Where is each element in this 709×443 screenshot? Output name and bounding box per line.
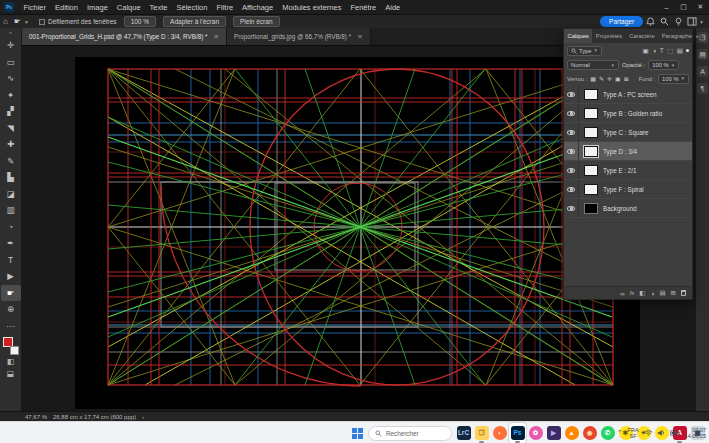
- layer-mask-icon[interactable]: ◧: [639, 289, 645, 297]
- panel-tab-caractère[interactable]: Caractère: [626, 29, 658, 43]
- menu-fenêtre[interactable]: Fenêtre: [346, 3, 381, 12]
- clock[interactable]: 07:0714.06.25: [685, 427, 706, 440]
- collapse-tools-icon[interactable]: »: [9, 28, 12, 37]
- dodge-tool[interactable]: ◔: [1, 219, 21, 236]
- menu-sélection[interactable]: Sélection: [172, 3, 212, 12]
- volume-icon[interactable]: [657, 429, 666, 437]
- taskbar-app-lightroom-classic[interactable]: LrC: [455, 423, 472, 443]
- layer-filter-icon-3[interactable]: T: [660, 47, 664, 54]
- taskbar-app-whatsapp[interactable]: ✆: [599, 423, 616, 443]
- lock-icon-5[interactable]: ⊠: [624, 75, 629, 82]
- close-tab-icon[interactable]: ✕: [357, 33, 362, 41]
- taskbar-app-vlc[interactable]: ▲: [563, 423, 580, 443]
- document-canvas[interactable]: [75, 57, 640, 409]
- layer-row[interactable]: Background: [564, 199, 692, 218]
- zoom-100-button[interactable]: 100 %: [124, 16, 156, 27]
- layer-row[interactable]: Type D : 3/4: [564, 142, 692, 161]
- eraser-tool[interactable]: ◪: [1, 186, 21, 203]
- menu-image[interactable]: Image: [82, 3, 112, 12]
- lock-icon-1[interactable]: ▦: [590, 75, 596, 82]
- collapsed-character-panel-icon[interactable]: A: [697, 66, 708, 77]
- battery-icon[interactable]: [670, 429, 680, 437]
- healing-brush-tool[interactable]: ✚: [1, 136, 21, 153]
- document-tab-2[interactable]: Proportional_grids.jpg @ 66,7% (RVB/8) *…: [227, 28, 371, 45]
- menu-fichier[interactable]: Fichier: [19, 3, 51, 12]
- menu-aide[interactable]: Aide: [381, 3, 405, 12]
- lock-icon-4[interactable]: ▣: [615, 75, 621, 82]
- lasso-tool[interactable]: ∿: [1, 70, 21, 87]
- layer-row[interactable]: Type A : PC screen: [564, 85, 692, 104]
- start-button[interactable]: [352, 428, 363, 439]
- layer-visibility-toggle[interactable]: [564, 161, 579, 179]
- lock-icon-2[interactable]: ✎: [599, 75, 604, 82]
- layer-thumbnail[interactable]: [584, 203, 598, 214]
- crop-tool[interactable]: ▞: [1, 103, 21, 120]
- taskbar-app-photos-app[interactable]: ✿: [527, 423, 544, 443]
- new-layer-icon[interactable]: ⊞: [671, 289, 676, 297]
- link-layers-icon[interactable]: ∞: [620, 290, 625, 297]
- panel-overflow-icon[interactable]: »: [695, 33, 698, 39]
- layer-filter-icon-5[interactable]: ▤: [677, 47, 683, 55]
- quick-selection-tool[interactable]: ✦: [1, 87, 21, 104]
- layer-row[interactable]: Type F : Spiral: [564, 180, 692, 199]
- language-indicator[interactable]: FRASF: [628, 427, 639, 440]
- taskbar-search[interactable]: Rechercher: [368, 426, 452, 441]
- taskbar-app-file-explorer[interactable]: ❒: [473, 423, 490, 443]
- zoom-tool[interactable]: ⊕: [1, 301, 21, 318]
- tray-overflow-icon[interactable]: ⌃: [617, 429, 623, 437]
- layer-filter-icon-1[interactable]: ▣: [643, 47, 649, 55]
- layer-row[interactable]: Type B : Golden ratio: [564, 104, 692, 123]
- clone-stamp-tool[interactable]: ▙: [1, 169, 21, 186]
- eyedropper-tool[interactable]: ◥: [1, 120, 21, 137]
- document-tab-1[interactable]: 001-Proportional_Grids_H.psd @ 47,7% (Ty…: [22, 28, 227, 45]
- background-color-swatch[interactable]: [10, 346, 19, 355]
- maximize-button[interactable]: ▢: [675, 0, 692, 14]
- layer-filter-icon-2[interactable]: ◑: [652, 47, 656, 54]
- collapsed-paragraph-panel-icon[interactable]: ¶: [697, 83, 708, 94]
- opacity-value[interactable]: 100 %▼: [648, 60, 679, 70]
- layer-thumbnail[interactable]: [584, 184, 598, 195]
- minimize-button[interactable]: –: [658, 0, 675, 14]
- taskbar-app-orange-swirl-app[interactable]: ◉: [581, 423, 598, 443]
- panel-tab-paragraphe[interactable]: Paragraphe: [658, 29, 695, 43]
- edit-toolbar[interactable]: ⋯: [1, 318, 21, 335]
- menu-texte[interactable]: Texte: [145, 3, 172, 12]
- layer-thumbnail[interactable]: [584, 165, 598, 176]
- filter-toggle-icon[interactable]: [686, 49, 689, 52]
- layer-row[interactable]: Type E : 2/1: [564, 161, 692, 180]
- fit-screen-button[interactable]: Adapter à l'écran: [163, 16, 226, 27]
- layer-visibility-toggle[interactable]: [564, 104, 579, 122]
- layer-thumbnail[interactable]: [584, 127, 598, 138]
- status-expander-icon[interactable]: ›: [142, 414, 144, 420]
- hand-tool-dropdown-icon[interactable]: ▼: [24, 19, 29, 25]
- layer-thumbnail[interactable]: [584, 108, 598, 119]
- move-tool[interactable]: ✛: [1, 37, 21, 54]
- layer-visibility-toggle[interactable]: [564, 123, 579, 141]
- menu-affichage[interactable]: Affichage: [238, 3, 278, 12]
- layer-filter-icon-4[interactable]: ⬚: [667, 47, 673, 55]
- hand-tool[interactable]: ☛: [1, 285, 21, 302]
- notifications-bell-icon[interactable]: [643, 17, 657, 26]
- lock-icon-3[interactable]: ✛: [607, 75, 612, 82]
- pen-tool[interactable]: ✒: [1, 235, 21, 252]
- layer-visibility-toggle[interactable]: [564, 199, 579, 217]
- layer-thumbnail[interactable]: [584, 89, 598, 100]
- delete-layer-icon[interactable]: [681, 290, 686, 296]
- taskbar-app-firefox[interactable]: ◖: [491, 423, 508, 443]
- layer-thumbnail[interactable]: [584, 146, 598, 157]
- path-selection-tool[interactable]: ▶: [1, 268, 21, 285]
- filter-kind-select[interactable]: Type▼: [567, 46, 602, 56]
- zoom-level[interactable]: 47,67 %: [25, 414, 47, 420]
- close-button[interactable]: ✕: [692, 0, 709, 14]
- wifi-icon[interactable]: [644, 429, 653, 437]
- fill-value[interactable]: 100 %▼: [658, 74, 689, 84]
- brush-tool[interactable]: ✎: [1, 153, 21, 170]
- panel-tab-calques[interactable]: Calques: [564, 29, 592, 43]
- layer-group-icon[interactable]: ▤: [659, 289, 665, 297]
- type-tool[interactable]: T: [1, 252, 21, 269]
- menu-calque[interactable]: Calque: [112, 3, 145, 12]
- marquee-tool[interactable]: ▭: [1, 54, 21, 71]
- menu-modules-externes[interactable]: Modules externes: [278, 3, 346, 12]
- layer-effects-icon[interactable]: fx: [630, 290, 635, 296]
- layer-visibility-toggle[interactable]: [564, 85, 579, 103]
